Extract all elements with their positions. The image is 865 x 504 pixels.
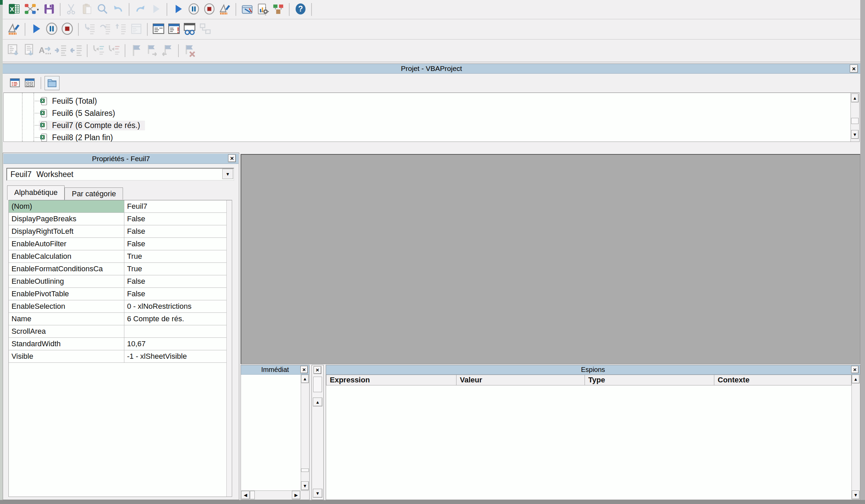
property-row[interactable]: EnablePivotTableFalse [9,288,227,300]
reset-button[interactable] [59,22,75,37]
toolbar-separator [147,23,148,36]
property-row[interactable]: Name6 Compte de rés. [9,313,227,325]
undo-button[interactable] [110,2,126,17]
property-row[interactable]: (Nom)Feuil7 [9,200,227,213]
step-over-button [97,22,113,37]
property-value[interactable] [124,325,227,338]
watches-panel: Espions × ExpressionValeurTypeContexte ▲… [326,365,860,500]
scroll-left-icon[interactable]: ◀ [241,491,250,499]
combo-object-name: Feuil7 [11,170,32,179]
scroll-down-icon[interactable]: ▼ [851,130,858,139]
tree-item[interactable]: XFeuil7 (6 Compte de rés.) [4,119,859,131]
property-row[interactable]: EnableOutliningFalse [9,275,227,288]
reset-button[interactable] [201,2,217,17]
svg-text:X: X [41,111,44,115]
mdi-background [241,154,860,364]
design-mode-button[interactable] [217,2,232,17]
toggle-folders-button[interactable] [45,76,59,90]
object-combobox[interactable]: Feuil7 Worksheet ▼ [7,168,234,181]
scroll-down-icon[interactable]: ▼ [313,489,322,497]
scroll-thumb[interactable] [313,377,322,392]
tree-scrollbar[interactable]: ▲ ▼ [851,93,859,142]
tree-item[interactable]: XFeuil5 (Total) [4,95,859,107]
property-value[interactable]: True [124,250,227,262]
close-icon[interactable]: × [851,366,858,373]
tree-item[interactable]: XFeuil6 (5 Salaires) [4,107,859,119]
scroll-down-icon[interactable]: ▼ [301,481,309,490]
property-row[interactable]: Visible-1 - xlSheetVisible [9,350,227,363]
close-icon[interactable]: × [850,65,858,73]
properties-panel-titlebar[interactable]: Propriétés - Feuil7 × [3,154,239,164]
scroll-up-icon[interactable]: ▲ [852,375,860,384]
property-row[interactable]: EnableCalculationTrue [9,250,227,263]
design-mode-button[interactable] [6,22,22,37]
scroll-thumb[interactable] [301,469,309,472]
project-explorer-button[interactable] [239,2,255,17]
project-tree[interactable]: XFeuil5 (Total)XFeuil6 (5 Salaires)XFeui… [3,93,860,142]
scroll-up-icon[interactable]: ▲ [313,398,322,406]
redo-button[interactable] [132,2,148,17]
locals-window-button[interactable] [151,22,166,37]
property-value[interactable]: -1 - xlSheetVisible [124,350,227,362]
property-row[interactable]: EnableAutoFilterFalse [9,238,227,250]
tree-item[interactable]: XFeuil8 (2 Plan fin) [4,131,859,142]
help-button[interactable]: ? [292,2,308,17]
view-excel-button[interactable]: X [6,2,22,17]
property-row[interactable]: StandardWidth10,67 [9,338,227,350]
watches-panel-titlebar[interactable]: Espions × [326,365,860,375]
properties-grid-scrollbar[interactable] [227,200,232,496]
properties-window-button[interactable] [255,2,270,17]
run-button[interactable] [28,22,44,37]
scroll-thumb[interactable] [851,118,858,124]
break-button[interactable] [186,2,201,17]
property-row[interactable]: EnableSelection0 - xlNoRestrictions [9,300,227,313]
immediate-panel-titlebar[interactable]: Immédiat × [241,365,309,375]
property-value[interactable]: False [124,213,227,225]
scroll-right-icon[interactable]: ▶ [292,491,300,499]
property-value[interactable]: 0 - xlNoRestrictions [124,300,227,313]
scroll-up-icon[interactable]: ▲ [851,94,858,102]
scroll-thumb[interactable] [250,491,255,499]
close-icon[interactable]: × [228,154,236,162]
project-panel-titlebar[interactable]: Projet - VBAProject × [3,63,860,74]
watch-column-expression[interactable]: Expression [326,375,457,385]
view-object-button[interactable] [22,76,37,90]
break-button[interactable] [44,22,59,37]
tab-alphabetic[interactable]: Alphabétique [7,186,65,200]
object-browser-button[interactable] [270,2,286,17]
property-row[interactable]: ScrollArea [9,325,227,338]
property-row[interactable]: EnableFormatConditionsCaTrue [9,263,227,275]
property-value[interactable]: 6 Compte de rés. [124,313,227,325]
watch-column-contexte[interactable]: Contexte [714,375,852,385]
find-button[interactable] [95,2,110,17]
save-button[interactable] [41,2,57,17]
property-value[interactable]: False [124,225,227,237]
watches-vscrollbar[interactable]: ▲ ▼ [852,375,860,499]
property-value[interactable]: Feuil7 [124,200,227,212]
tab-categorized[interactable]: Par catégorie [65,187,123,200]
watch-column-type[interactable]: Type [585,375,714,385]
immediate-window-button[interactable]: ! [166,22,182,37]
immediate-hscrollbar[interactable]: ◀ ▶ [241,491,300,499]
immediate-vscrollbar[interactable]: ▲ ▼ [301,375,309,490]
insert-object-button[interactable]: ▾ [22,2,41,17]
property-value[interactable]: True [124,263,227,275]
property-value[interactable]: 10,67 [124,338,227,350]
scroll-down-icon[interactable]: ▼ [852,491,860,499]
chevron-down-icon[interactable]: ▼ [222,169,233,179]
run-button[interactable] [170,2,186,17]
property-value[interactable]: False [124,288,227,300]
watch-column-valeur[interactable]: Valeur [457,375,585,385]
property-value[interactable]: False [124,238,227,250]
scroll-up-icon[interactable]: ▲ [301,375,309,383]
property-value[interactable]: False [124,275,227,288]
close-icon[interactable]: × [314,366,321,374]
property-row[interactable]: DisplayRightToLeftFalse [9,225,227,238]
view-code-button[interactable] [8,76,22,90]
svg-text:X: X [10,6,14,13]
properties-grid[interactable]: (Nom)Feuil7DisplayPageBreaksFalseDisplay… [9,200,232,497]
close-icon[interactable]: × [300,366,308,373]
property-row[interactable]: DisplayPageBreaksFalse [9,213,227,225]
comment-block-icon [91,43,105,58]
watch-window-button[interactable] [182,22,197,37]
